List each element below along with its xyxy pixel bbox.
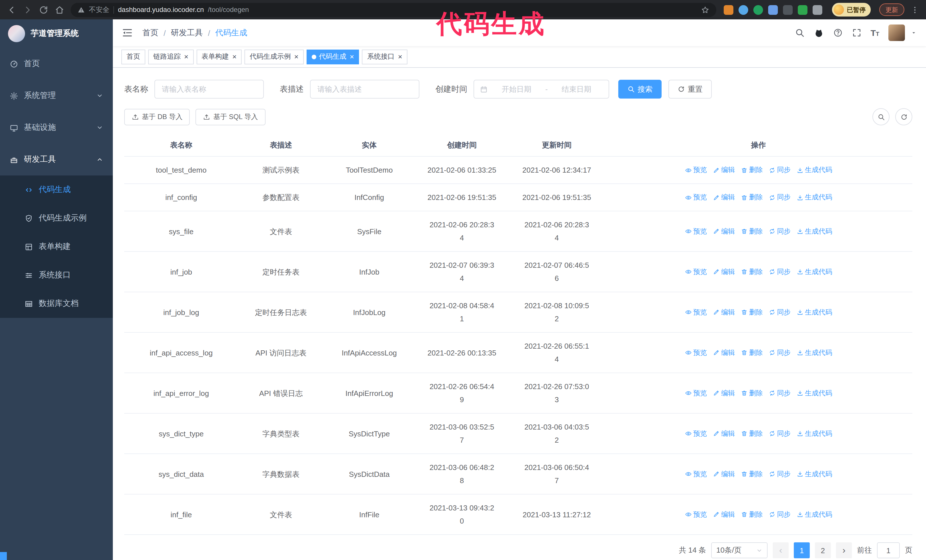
tab-代码生成[interactable]: 代码生成× [307, 49, 359, 64]
tab-close-icon[interactable]: × [350, 53, 354, 60]
toggle-search-button[interactable] [872, 108, 890, 125]
tab-close-icon[interactable]: × [294, 53, 298, 60]
action-sync[interactable]: 同步 [769, 306, 791, 319]
address-bar[interactable]: 不安全 dashboard.yudao.iocoder.cn /tool/cod… [71, 3, 716, 17]
next-page-button[interactable]: › [836, 542, 852, 558]
extension-icon[interactable] [768, 5, 778, 15]
action-edit[interactable]: 编辑 [713, 163, 735, 177]
extension-icon[interactable] [813, 5, 822, 15]
action-preview[interactable]: 预览 [685, 306, 707, 319]
security-warning-icon[interactable] [77, 6, 85, 14]
tab-链路追踪[interactable]: 链路追踪× [148, 49, 194, 64]
action-preview[interactable]: 预览 [685, 163, 707, 177]
sidebar-item-表单构建[interactable]: 表单构建 [0, 232, 113, 261]
action-generate[interactable]: 生成代码 [796, 265, 832, 278]
action-edit[interactable]: 编辑 [713, 191, 735, 204]
sidebar-item-数据库文档[interactable]: 数据库文档 [0, 290, 113, 318]
action-sync[interactable]: 同步 [769, 386, 791, 400]
action-delete[interactable]: 删除 [740, 225, 763, 238]
action-delete[interactable]: 删除 [740, 346, 763, 359]
action-generate[interactable]: 生成代码 [796, 346, 832, 359]
page-button-2[interactable]: 2 [815, 542, 831, 558]
breadcrumb-item[interactable]: 首页 [142, 28, 159, 38]
prev-page-button[interactable]: ‹ [773, 542, 789, 558]
create-time-range-picker[interactable]: 开始日期 - 结束日期 [474, 80, 609, 98]
browser-menu-icon[interactable] [911, 5, 919, 14]
extension-icon[interactable] [783, 5, 793, 15]
action-preview[interactable]: 预览 [685, 191, 707, 204]
user-avatar[interactable] [888, 24, 905, 41]
action-generate[interactable]: 生成代码 [796, 508, 832, 521]
sidebar-item-system[interactable]: 系统管理 [0, 80, 113, 112]
extension-icon[interactable] [798, 5, 808, 15]
action-edit[interactable]: 编辑 [713, 346, 735, 359]
search-button[interactable]: 搜索 [618, 80, 661, 98]
sidebar-item-系统接口[interactable]: 系统接口 [0, 261, 113, 290]
home-icon[interactable] [55, 5, 64, 15]
action-edit[interactable]: 编辑 [713, 427, 735, 440]
page-button-1[interactable]: 1 [794, 542, 810, 558]
action-sync[interactable]: 同步 [769, 427, 791, 440]
action-generate[interactable]: 生成代码 [796, 225, 832, 238]
extension-icon[interactable] [724, 5, 733, 15]
sidebar-toggle-icon[interactable] [122, 27, 133, 38]
tab-表单构建[interactable]: 表单构建× [196, 49, 242, 64]
action-edit[interactable]: 编辑 [713, 386, 735, 400]
browser-update-button[interactable]: 更新 [879, 3, 904, 16]
action-edit[interactable]: 编辑 [713, 508, 735, 521]
import-db-button[interactable]: 基于 DB 导入 [124, 109, 190, 125]
fullscreen-icon[interactable] [852, 28, 861, 38]
sidebar-item-home[interactable]: 首页 [0, 48, 113, 80]
action-generate[interactable]: 生成代码 [796, 427, 832, 440]
back-icon[interactable] [7, 5, 17, 15]
action-edit[interactable]: 编辑 [713, 225, 735, 238]
extension-icon[interactable] [754, 5, 763, 15]
bookmark-star-icon[interactable] [701, 5, 710, 14]
refresh-table-button[interactable] [895, 108, 912, 125]
page-size-select[interactable]: 10条/页 [711, 542, 767, 558]
table-desc-input[interactable] [310, 80, 419, 98]
import-sql-button[interactable]: 基于 SQL 导入 [196, 109, 265, 125]
action-preview[interactable]: 预览 [685, 346, 707, 359]
tab-close-icon[interactable]: × [184, 53, 188, 60]
action-delete[interactable]: 删除 [740, 508, 763, 521]
extension-icon[interactable] [738, 5, 748, 15]
tab-首页[interactable]: 首页 [121, 49, 145, 64]
action-delete[interactable]: 删除 [740, 306, 763, 319]
reset-button[interactable]: 重置 [669, 80, 712, 98]
action-preview[interactable]: 预览 [685, 386, 707, 400]
action-preview[interactable]: 预览 [685, 225, 707, 238]
profile-paused-badge[interactable]: 已暂停 [832, 3, 871, 17]
action-sync[interactable]: 同步 [769, 225, 791, 238]
goto-page-input[interactable] [877, 542, 900, 558]
sidebar-item-代码生成示例[interactable]: 代码生成示例 [0, 204, 113, 232]
help-icon[interactable] [833, 28, 843, 38]
forward-icon[interactable] [23, 5, 32, 15]
sidebar-item-devtools[interactable]: 研发工具 [0, 143, 113, 175]
action-delete[interactable]: 删除 [740, 468, 763, 480]
action-edit[interactable]: 编辑 [713, 306, 735, 319]
action-preview[interactable]: 预览 [685, 265, 707, 278]
action-preview[interactable]: 预览 [685, 508, 707, 521]
font-size-icon[interactable]: TT [870, 29, 879, 37]
action-sync[interactable]: 同步 [769, 468, 791, 480]
tab-close-icon[interactable]: × [398, 53, 402, 60]
action-sync[interactable]: 同步 [769, 508, 791, 521]
sidebar-item-代码生成[interactable]: 代码生成 [0, 175, 113, 204]
avatar-caret-icon[interactable] [911, 30, 917, 36]
action-generate[interactable]: 生成代码 [796, 163, 832, 177]
action-delete[interactable]: 删除 [740, 163, 763, 177]
action-edit[interactable]: 编辑 [713, 468, 735, 480]
action-sync[interactable]: 同步 [769, 163, 791, 177]
action-delete[interactable]: 删除 [740, 265, 763, 278]
action-delete[interactable]: 删除 [740, 191, 763, 204]
action-generate[interactable]: 生成代码 [796, 468, 832, 480]
tab-close-icon[interactable]: × [232, 53, 236, 60]
action-sync[interactable]: 同步 [769, 265, 791, 278]
breadcrumb-item[interactable]: 研发工具 [171, 28, 203, 38]
action-generate[interactable]: 生成代码 [796, 386, 832, 400]
action-sync[interactable]: 同步 [769, 346, 791, 359]
github-icon[interactable] [814, 28, 824, 38]
table-name-input[interactable] [154, 80, 264, 98]
action-delete[interactable]: 删除 [740, 386, 763, 400]
